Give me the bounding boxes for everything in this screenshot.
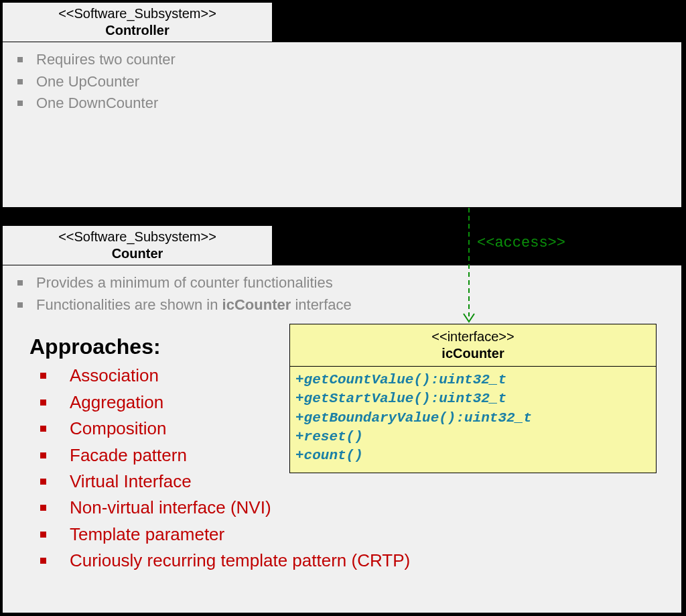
controller-stereotype: <<Software_Subsystem>> bbox=[9, 5, 265, 22]
access-label: <<access>> bbox=[477, 235, 565, 251]
operation: +reset() bbox=[295, 428, 650, 446]
list-item: Non-virtual interface (NVI) bbox=[40, 495, 681, 519]
interface-stereotype: <<interface>> bbox=[293, 328, 653, 345]
list-item: One UpCounter bbox=[17, 72, 677, 92]
list-item: Template parameter bbox=[40, 522, 681, 546]
interface-title: icCounter bbox=[293, 345, 653, 362]
operation: +getCountValue():uint32_t bbox=[295, 371, 650, 389]
controller-items: Requires two counter One UpCounter One D… bbox=[3, 42, 681, 113]
list-item: Provides a minimum of counter functional… bbox=[17, 273, 677, 293]
access-arrow bbox=[456, 208, 482, 325]
operation: +getBoundaryValue():uint32_t bbox=[295, 409, 650, 428]
list-item: One DownCounter bbox=[17, 93, 677, 113]
counter-title: Counter bbox=[9, 245, 265, 262]
list-item: Curiously recurring template pattern (CR… bbox=[40, 548, 681, 572]
counter-items: Provides a minimum of counter functional… bbox=[3, 265, 681, 314]
controller-header: <<Software_Subsystem>> Controller bbox=[2, 2, 273, 42]
counter-header: <<Software_Subsystem>> Counter bbox=[2, 225, 273, 265]
interface-operations: +getCountValue():uint32_t +getStartValue… bbox=[290, 367, 656, 473]
operation: +getStartValue():uint32_t bbox=[295, 389, 650, 408]
interface-header: <<interface>> icCounter bbox=[290, 324, 656, 367]
controller-title: Controller bbox=[9, 22, 265, 39]
list-item: Functionalities are shown in icCounter i… bbox=[17, 295, 677, 315]
controller-body: Requires two counter One UpCounter One D… bbox=[2, 42, 682, 208]
interface-box: <<interface>> icCounter +getCountValue()… bbox=[289, 324, 657, 473]
counter-stereotype: <<Software_Subsystem>> bbox=[9, 229, 265, 245]
list-item: Requires two counter bbox=[17, 50, 677, 70]
operation: +count() bbox=[295, 446, 650, 465]
